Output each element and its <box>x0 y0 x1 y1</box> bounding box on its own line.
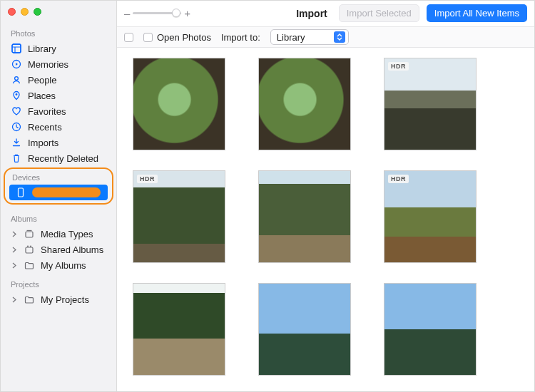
hdr-badge: HDR <box>388 175 409 183</box>
trash-icon <box>11 153 22 164</box>
app-window: Photos Library Memories People Places Fa… <box>0 0 535 392</box>
grid-row: HDR <box>133 58 519 150</box>
folder-icon <box>24 294 35 305</box>
sidebar-item-label: People <box>28 75 56 86</box>
sidebar-item-library[interactable]: Library <box>1 41 116 56</box>
library-icon <box>11 43 22 54</box>
sidebar-item-label: Memories <box>28 59 68 70</box>
photo-thumbnail[interactable]: HDR <box>384 170 477 263</box>
sidebar-item-device[interactable] <box>9 185 108 200</box>
main-pane: – + Import Import Selected Import All Ne… <box>117 1 534 391</box>
svg-rect-7 <box>26 232 33 237</box>
window-controls <box>1 1 116 22</box>
photo-thumbnail[interactable] <box>258 283 351 376</box>
sidebar-item-label: Recents <box>28 122 62 133</box>
import-selected-button[interactable]: Import Selected <box>339 4 419 22</box>
open-photos-checkbox[interactable] <box>143 33 153 42</box>
svg-point-10 <box>30 246 31 247</box>
photo-thumbnail[interactable] <box>384 283 477 376</box>
svg-point-9 <box>27 246 29 247</box>
section-devices: Devices <box>5 169 112 185</box>
chevron-right-icon[interactable] <box>11 247 18 253</box>
chevron-right-icon[interactable] <box>11 296 18 303</box>
download-icon <box>11 137 22 148</box>
sidebar-item-my-projects[interactable]: My Projects <box>1 292 116 307</box>
photo-thumbnail[interactable]: HDR <box>133 170 225 263</box>
sidebar-item-memories[interactable]: Memories <box>1 56 116 72</box>
zoom-control: – + <box>124 7 190 19</box>
devices-highlight: Devices <box>4 167 113 205</box>
hdr-badge: HDR <box>137 175 158 183</box>
sidebar-item-people[interactable]: People <box>1 72 116 88</box>
sidebar-item-label: Shared Albums <box>41 244 103 255</box>
clock-icon <box>11 121 22 133</box>
sidebar: Photos Library Memories People Places Fa… <box>1 1 117 391</box>
photo-thumbnail[interactable] <box>133 283 225 376</box>
select-all-checkbox[interactable] <box>124 33 133 42</box>
stack-icon <box>24 228 35 239</box>
sidebar-item-label: Recently Deleted <box>28 153 98 164</box>
svg-rect-0 <box>12 44 21 53</box>
shared-icon <box>24 244 35 255</box>
svg-rect-1 <box>12 44 21 53</box>
hdr-badge: HDR <box>388 62 409 71</box>
section-photos: Photos <box>1 22 116 41</box>
fullscreen-icon[interactable] <box>34 8 41 16</box>
iphone-icon <box>15 187 26 198</box>
svg-point-4 <box>16 93 18 96</box>
photo-thumbnail[interactable] <box>258 170 351 263</box>
sidebar-item-recents[interactable]: Recents <box>1 119 116 135</box>
grid-row: HDR HDR <box>133 170 519 263</box>
memories-icon <box>11 58 22 70</box>
import-subbar: Open Photos Import to: Library <box>117 26 534 48</box>
photo-grid[interactable]: HDR HDR HDR <box>117 48 534 391</box>
sidebar-item-label: Imports <box>28 138 58 148</box>
section-albums: Albums <box>1 207 116 226</box>
close-icon[interactable] <box>8 8 16 16</box>
svg-rect-6 <box>19 188 24 197</box>
svg-point-3 <box>15 77 19 81</box>
zoom-knob[interactable] <box>172 9 180 17</box>
toolbar: – + Import Import Selected Import All Ne… <box>117 1 534 26</box>
page-title: Import <box>296 8 327 19</box>
select-stepper-icon <box>334 31 345 43</box>
heart-icon <box>11 105 22 117</box>
import-all-button[interactable]: Import All New Items <box>427 4 527 22</box>
zoom-slider[interactable] <box>133 12 181 14</box>
zoom-in[interactable]: + <box>184 7 190 19</box>
sidebar-item-favorites[interactable]: Favorites <box>1 103 116 119</box>
sidebar-item-label: My Albums <box>41 260 86 271</box>
sidebar-item-label: Favorites <box>28 106 66 117</box>
grid-row <box>133 283 519 376</box>
chevron-right-icon[interactable] <box>11 262 18 269</box>
photo-thumbnail[interactable] <box>258 58 351 150</box>
sidebar-item-label: My Projects <box>41 294 89 305</box>
sidebar-item-shared-albums[interactable]: Shared Albums <box>1 242 116 257</box>
sidebar-item-my-albums[interactable]: My Albums <box>1 257 116 273</box>
minimize-icon[interactable] <box>21 8 29 16</box>
open-photos-label: Open Photos <box>157 32 211 43</box>
device-name-redacted <box>32 187 101 197</box>
people-icon <box>11 74 22 86</box>
import-to-label: Import to: <box>221 32 260 43</box>
photo-thumbnail[interactable] <box>133 58 225 150</box>
folder-icon <box>24 259 35 271</box>
svg-rect-8 <box>26 247 33 253</box>
sidebar-item-media-types[interactable]: Media Types <box>1 226 116 242</box>
sidebar-item-imports[interactable]: Imports <box>1 135 116 150</box>
sidebar-item-places[interactable]: Places <box>1 88 116 103</box>
import-to-select[interactable]: Library <box>270 29 349 45</box>
zoom-out[interactable]: – <box>124 7 130 19</box>
import-to-value: Library <box>277 32 305 43</box>
sidebar-item-label: Media Types <box>41 229 93 239</box>
photo-thumbnail[interactable]: HDR <box>384 58 477 150</box>
places-icon <box>11 90 22 101</box>
sidebar-item-recently-deleted[interactable]: Recently Deleted <box>1 150 116 166</box>
sidebar-item-label: Places <box>28 91 56 101</box>
section-projects: Projects <box>1 273 116 292</box>
sidebar-item-label: Library <box>28 43 56 54</box>
chevron-right-icon[interactable] <box>11 231 18 237</box>
